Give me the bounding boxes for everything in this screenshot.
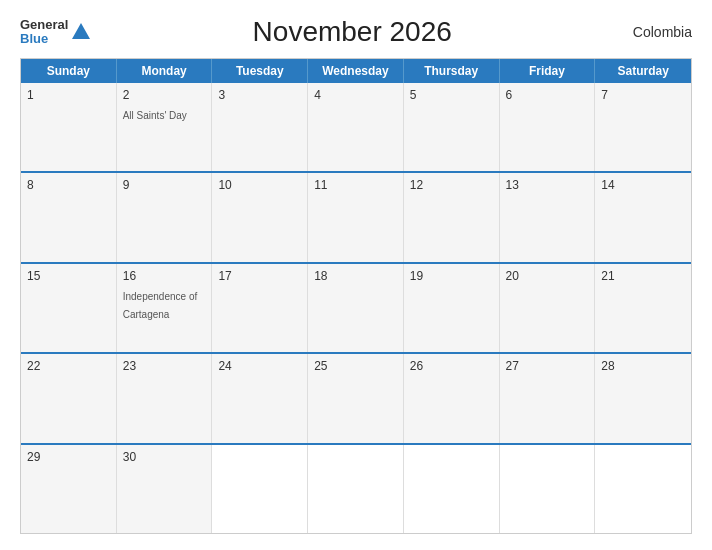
cal-cell-3-2: 24 <box>212 354 308 442</box>
cal-cell-2-0: 15 <box>21 264 117 352</box>
calendar: Sunday Monday Tuesday Wednesday Thursday… <box>20 58 692 534</box>
cal-cell-1-6: 14 <box>595 173 691 261</box>
weekday-monday: Monday <box>117 59 213 83</box>
day-number-13: 13 <box>506 178 589 192</box>
day-number-17: 17 <box>218 269 301 283</box>
day-number-4: 4 <box>314 88 397 102</box>
day-number-30: 30 <box>123 450 206 464</box>
cal-cell-2-6: 21 <box>595 264 691 352</box>
day-number-11: 11 <box>314 178 397 192</box>
day-number-10: 10 <box>218 178 301 192</box>
logo-flag-icon <box>70 21 92 43</box>
cal-cell-3-0: 22 <box>21 354 117 442</box>
cal-cell-2-3: 18 <box>308 264 404 352</box>
day-number-16: 16 <box>123 269 206 283</box>
cal-cell-2-2: 17 <box>212 264 308 352</box>
cal-cell-3-5: 27 <box>500 354 596 442</box>
cal-cell-0-5: 6 <box>500 83 596 171</box>
week-row-4: 22232425262728 <box>21 352 691 442</box>
day-number-26: 26 <box>410 359 493 373</box>
cal-cell-4-6 <box>595 445 691 533</box>
day-number-5: 5 <box>410 88 493 102</box>
calendar-header-row: Sunday Monday Tuesday Wednesday Thursday… <box>21 59 691 83</box>
week-row-2: 891011121314 <box>21 171 691 261</box>
day-number-14: 14 <box>601 178 685 192</box>
cal-cell-0-6: 7 <box>595 83 691 171</box>
logo: General Blue <box>20 18 92 47</box>
day-number-2: 2 <box>123 88 206 102</box>
day-number-21: 21 <box>601 269 685 283</box>
cal-cell-2-5: 20 <box>500 264 596 352</box>
cal-cell-3-4: 26 <box>404 354 500 442</box>
day-number-28: 28 <box>601 359 685 373</box>
week-row-3: 1516Independence of Cartagena1718192021 <box>21 262 691 352</box>
cal-cell-0-1: 2All Saints' Day <box>117 83 213 171</box>
country-label: Colombia <box>612 24 692 40</box>
cal-cell-0-3: 4 <box>308 83 404 171</box>
weekday-saturday: Saturday <box>595 59 691 83</box>
page-header: General Blue November 2026 Colombia <box>20 16 692 48</box>
day-number-7: 7 <box>601 88 685 102</box>
day-number-20: 20 <box>506 269 589 283</box>
weekday-tuesday: Tuesday <box>212 59 308 83</box>
day-number-3: 3 <box>218 88 301 102</box>
weekday-sunday: Sunday <box>21 59 117 83</box>
week-row-5: 2930 <box>21 443 691 533</box>
cal-cell-1-1: 9 <box>117 173 213 261</box>
cal-cell-0-4: 5 <box>404 83 500 171</box>
cal-cell-0-0: 1 <box>21 83 117 171</box>
day-number-18: 18 <box>314 269 397 283</box>
calendar-body: 12All Saints' Day345678910111213141516In… <box>21 83 691 533</box>
cal-cell-4-4 <box>404 445 500 533</box>
cal-cell-4-3 <box>308 445 404 533</box>
logo-blue-text: Blue <box>20 32 68 46</box>
holiday-label-16: Independence of Cartagena <box>123 291 198 320</box>
cal-cell-2-4: 19 <box>404 264 500 352</box>
day-number-27: 27 <box>506 359 589 373</box>
day-number-25: 25 <box>314 359 397 373</box>
day-number-23: 23 <box>123 359 206 373</box>
day-number-1: 1 <box>27 88 110 102</box>
cal-cell-2-1: 16Independence of Cartagena <box>117 264 213 352</box>
cal-cell-0-2: 3 <box>212 83 308 171</box>
cal-cell-4-0: 29 <box>21 445 117 533</box>
cal-cell-3-1: 23 <box>117 354 213 442</box>
calendar-page: General Blue November 2026 Colombia Sund… <box>0 0 712 550</box>
day-number-29: 29 <box>27 450 110 464</box>
page-title: November 2026 <box>92 16 612 48</box>
cal-cell-1-0: 8 <box>21 173 117 261</box>
day-number-22: 22 <box>27 359 110 373</box>
cal-cell-3-6: 28 <box>595 354 691 442</box>
day-number-9: 9 <box>123 178 206 192</box>
cal-cell-4-1: 30 <box>117 445 213 533</box>
cal-cell-1-4: 12 <box>404 173 500 261</box>
day-number-24: 24 <box>218 359 301 373</box>
cal-cell-4-5 <box>500 445 596 533</box>
weekday-wednesday: Wednesday <box>308 59 404 83</box>
cal-cell-1-5: 13 <box>500 173 596 261</box>
day-number-19: 19 <box>410 269 493 283</box>
day-number-6: 6 <box>506 88 589 102</box>
cal-cell-1-3: 11 <box>308 173 404 261</box>
weekday-thursday: Thursday <box>404 59 500 83</box>
cal-cell-1-2: 10 <box>212 173 308 261</box>
day-number-12: 12 <box>410 178 493 192</box>
svg-marker-0 <box>72 23 90 39</box>
logo-general-text: General <box>20 18 68 32</box>
weekday-friday: Friday <box>500 59 596 83</box>
day-number-8: 8 <box>27 178 110 192</box>
holiday-label-2: All Saints' Day <box>123 110 187 121</box>
cal-cell-3-3: 25 <box>308 354 404 442</box>
day-number-15: 15 <box>27 269 110 283</box>
cal-cell-4-2 <box>212 445 308 533</box>
week-row-1: 12All Saints' Day34567 <box>21 83 691 171</box>
